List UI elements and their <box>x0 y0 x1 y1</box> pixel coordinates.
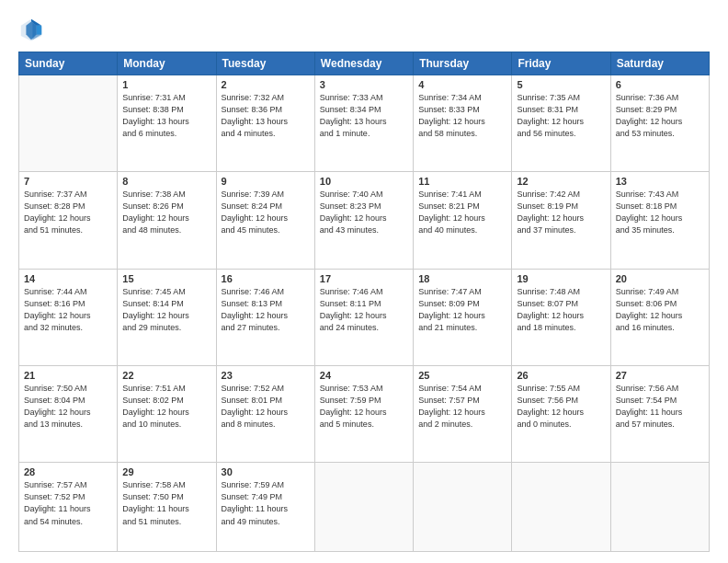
calendar-cell: 18Sunrise: 7:47 AM Sunset: 8:09 PM Dayli… <box>414 269 512 365</box>
day-info: Sunrise: 7:56 AM Sunset: 7:54 PM Dayligh… <box>616 383 704 431</box>
weekday-header-saturday: Saturday <box>610 52 709 75</box>
calendar-cell: 8Sunrise: 7:38 AM Sunset: 8:26 PM Daylig… <box>118 172 216 269</box>
day-number: 2 <box>222 79 310 90</box>
calendar-cell: 28Sunrise: 7:57 AM Sunset: 7:52 PM Dayli… <box>19 463 118 552</box>
calendar-cell: 4Sunrise: 7:34 AM Sunset: 8:33 PM Daylig… <box>414 75 512 172</box>
day-number: 16 <box>222 273 310 284</box>
calendar-cell: 22Sunrise: 7:51 AM Sunset: 8:02 PM Dayli… <box>118 366 216 463</box>
calendar-cell: 3Sunrise: 7:33 AM Sunset: 8:34 PM Daylig… <box>314 75 413 172</box>
calendar-cell: 1Sunrise: 7:31 AM Sunset: 8:38 PM Daylig… <box>118 75 216 172</box>
day-info: Sunrise: 7:42 AM Sunset: 8:19 PM Dayligh… <box>517 189 605 236</box>
logo <box>18 17 48 42</box>
day-number: 29 <box>122 466 210 477</box>
day-info: Sunrise: 7:46 AM Sunset: 8:11 PM Dayligh… <box>320 286 408 334</box>
day-number: 4 <box>418 79 506 90</box>
day-number: 11 <box>418 176 506 187</box>
day-number: 23 <box>222 370 310 381</box>
day-info: Sunrise: 7:46 AM Sunset: 8:13 PM Dayligh… <box>222 286 310 334</box>
weekday-header-wednesday: Wednesday <box>314 52 413 75</box>
day-info: Sunrise: 7:59 AM Sunset: 7:49 PM Dayligh… <box>222 479 310 527</box>
day-info: Sunrise: 7:52 AM Sunset: 8:01 PM Dayligh… <box>222 383 310 431</box>
calendar-cell: 6Sunrise: 7:36 AM Sunset: 8:29 PM Daylig… <box>610 75 709 172</box>
calendar-cell: 11Sunrise: 7:41 AM Sunset: 8:21 PM Dayli… <box>414 172 512 269</box>
day-info: Sunrise: 7:40 AM Sunset: 8:23 PM Dayligh… <box>320 189 408 236</box>
day-info: Sunrise: 7:43 AM Sunset: 8:18 PM Dayligh… <box>616 189 704 236</box>
calendar-cell: 30Sunrise: 7:59 AM Sunset: 7:49 PM Dayli… <box>216 463 314 552</box>
calendar-cell: 21Sunrise: 7:50 AM Sunset: 8:04 PM Dayli… <box>19 366 118 463</box>
day-info: Sunrise: 7:49 AM Sunset: 8:06 PM Dayligh… <box>616 286 704 334</box>
day-info: Sunrise: 7:45 AM Sunset: 8:14 PM Dayligh… <box>122 286 210 334</box>
calendar-week-2: 7Sunrise: 7:37 AM Sunset: 8:28 PM Daylig… <box>19 172 710 269</box>
day-info: Sunrise: 7:35 AM Sunset: 8:31 PM Dayligh… <box>517 92 605 140</box>
page: SundayMondayTuesdayWednesdayThursdayFrid… <box>0 0 728 563</box>
calendar-cell: 23Sunrise: 7:52 AM Sunset: 8:01 PM Dayli… <box>216 366 314 463</box>
calendar-cell <box>512 463 610 552</box>
weekday-header-thursday: Thursday <box>414 52 512 75</box>
calendar-cell: 2Sunrise: 7:32 AM Sunset: 8:36 PM Daylig… <box>216 75 314 172</box>
day-number: 18 <box>418 273 506 284</box>
day-info: Sunrise: 7:32 AM Sunset: 8:36 PM Dayligh… <box>222 92 310 140</box>
day-number: 27 <box>616 370 704 381</box>
day-info: Sunrise: 7:38 AM Sunset: 8:26 PM Dayligh… <box>122 189 210 236</box>
day-number: 19 <box>517 273 605 284</box>
calendar-table: SundayMondayTuesdayWednesdayThursdayFrid… <box>18 52 710 552</box>
day-info: Sunrise: 7:33 AM Sunset: 8:34 PM Dayligh… <box>320 92 408 140</box>
calendar-cell: 10Sunrise: 7:40 AM Sunset: 8:23 PM Dayli… <box>314 172 413 269</box>
day-number: 14 <box>24 273 112 284</box>
calendar-week-4: 21Sunrise: 7:50 AM Sunset: 8:04 PM Dayli… <box>19 366 710 463</box>
day-info: Sunrise: 7:51 AM Sunset: 8:02 PM Dayligh… <box>122 383 210 431</box>
calendar-cell: 29Sunrise: 7:58 AM Sunset: 7:50 PM Dayli… <box>118 463 216 552</box>
calendar-week-5: 28Sunrise: 7:57 AM Sunset: 7:52 PM Dayli… <box>19 463 710 552</box>
calendar-cell <box>314 463 413 552</box>
day-info: Sunrise: 7:34 AM Sunset: 8:33 PM Dayligh… <box>418 92 506 140</box>
day-number: 15 <box>122 273 210 284</box>
day-number: 25 <box>418 370 506 381</box>
calendar-cell: 25Sunrise: 7:54 AM Sunset: 7:57 PM Dayli… <box>414 366 512 463</box>
day-info: Sunrise: 7:37 AM Sunset: 8:28 PM Dayligh… <box>24 189 112 236</box>
calendar-cell <box>414 463 512 552</box>
calendar-cell: 19Sunrise: 7:48 AM Sunset: 8:07 PM Dayli… <box>512 269 610 365</box>
calendar-header-row: SundayMondayTuesdayWednesdayThursdayFrid… <box>19 52 710 75</box>
calendar-cell: 5Sunrise: 7:35 AM Sunset: 8:31 PM Daylig… <box>512 75 610 172</box>
calendar-cell: 15Sunrise: 7:45 AM Sunset: 8:14 PM Dayli… <box>118 269 216 365</box>
day-number: 10 <box>320 176 408 187</box>
calendar-cell: 20Sunrise: 7:49 AM Sunset: 8:06 PM Dayli… <box>610 269 709 365</box>
day-number: 21 <box>24 370 112 381</box>
day-number: 30 <box>222 466 310 477</box>
day-info: Sunrise: 7:44 AM Sunset: 8:16 PM Dayligh… <box>24 286 112 334</box>
day-info: Sunrise: 7:50 AM Sunset: 8:04 PM Dayligh… <box>24 383 112 431</box>
calendar-week-1: 1Sunrise: 7:31 AM Sunset: 8:38 PM Daylig… <box>19 75 710 172</box>
calendar-cell: 24Sunrise: 7:53 AM Sunset: 7:59 PM Dayli… <box>314 366 413 463</box>
day-info: Sunrise: 7:39 AM Sunset: 8:24 PM Dayligh… <box>222 189 310 236</box>
day-number: 8 <box>122 176 210 187</box>
logo-icon <box>18 17 44 42</box>
day-info: Sunrise: 7:53 AM Sunset: 7:59 PM Dayligh… <box>320 383 408 431</box>
day-info: Sunrise: 7:41 AM Sunset: 8:21 PM Dayligh… <box>418 189 506 236</box>
day-number: 20 <box>616 273 704 284</box>
calendar-cell: 12Sunrise: 7:42 AM Sunset: 8:19 PM Dayli… <box>512 172 610 269</box>
header <box>18 17 710 42</box>
calendar-cell: 14Sunrise: 7:44 AM Sunset: 8:16 PM Dayli… <box>19 269 118 365</box>
weekday-header-monday: Monday <box>118 52 216 75</box>
calendar-week-3: 14Sunrise: 7:44 AM Sunset: 8:16 PM Dayli… <box>19 269 710 365</box>
svg-marker-3 <box>37 26 42 35</box>
day-number: 26 <box>517 370 605 381</box>
day-info: Sunrise: 7:55 AM Sunset: 7:56 PM Dayligh… <box>517 383 605 431</box>
weekday-header-tuesday: Tuesday <box>216 52 314 75</box>
day-number: 7 <box>24 176 112 187</box>
day-info: Sunrise: 7:47 AM Sunset: 8:09 PM Dayligh… <box>418 286 506 334</box>
weekday-header-friday: Friday <box>512 52 610 75</box>
calendar-cell: 13Sunrise: 7:43 AM Sunset: 8:18 PM Dayli… <box>610 172 709 269</box>
day-info: Sunrise: 7:58 AM Sunset: 7:50 PM Dayligh… <box>122 479 210 527</box>
day-number: 3 <box>320 79 408 90</box>
day-number: 9 <box>222 176 310 187</box>
day-number: 1 <box>122 79 210 90</box>
calendar-cell: 9Sunrise: 7:39 AM Sunset: 8:24 PM Daylig… <box>216 172 314 269</box>
day-number: 22 <box>122 370 210 381</box>
calendar-cell: 17Sunrise: 7:46 AM Sunset: 8:11 PM Dayli… <box>314 269 413 365</box>
calendar-cell: 26Sunrise: 7:55 AM Sunset: 7:56 PM Dayli… <box>512 366 610 463</box>
day-info: Sunrise: 7:57 AM Sunset: 7:52 PM Dayligh… <box>24 479 112 527</box>
day-number: 28 <box>24 466 112 477</box>
calendar-cell: 7Sunrise: 7:37 AM Sunset: 8:28 PM Daylig… <box>19 172 118 269</box>
day-number: 12 <box>517 176 605 187</box>
